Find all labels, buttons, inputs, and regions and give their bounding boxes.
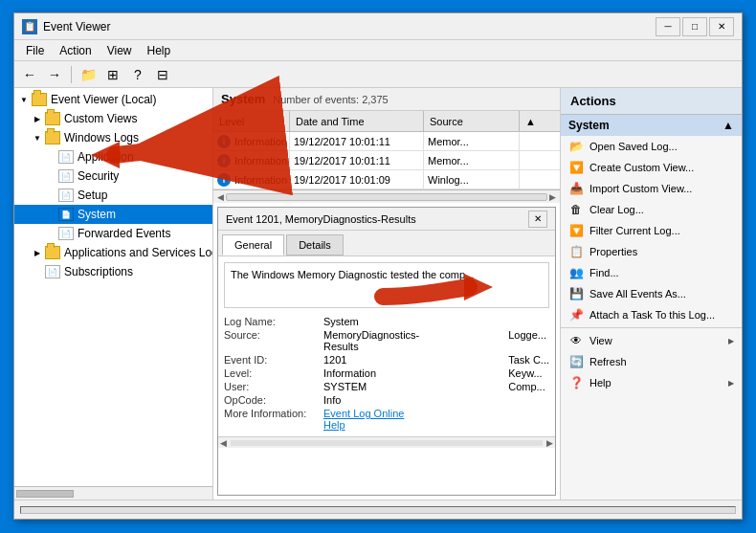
- actions-panel: Actions System ▲ 📂 Open Saved Log... 🔽 C…: [560, 88, 742, 500]
- actions-header: Actions: [561, 88, 742, 115]
- sidebar-label-subscriptions: Subscriptions: [64, 265, 133, 278]
- open-saved-log-icon: 📂: [568, 139, 584, 154]
- comp-label: [428, 381, 504, 392]
- sidebar-item-subscriptions[interactable]: 📄 Subscriptions: [14, 262, 212, 281]
- toggle-custom-views[interactable]: ▶: [32, 113, 43, 124]
- menu-help[interactable]: Help: [140, 42, 179, 59]
- title-bar: 📋 Event Viewer ─ □ ✕: [14, 13, 742, 40]
- back-button[interactable]: ←: [18, 64, 41, 85]
- sidebar-item-forwarded-events[interactable]: 📄 Forwarded Events: [14, 224, 212, 243]
- sidebar-scrollbar[interactable]: [14, 486, 212, 500]
- column-header-source[interactable]: Source: [424, 111, 520, 131]
- dialog-scroll-track[interactable]: [231, 440, 543, 446]
- scroll-left-arrow[interactable]: ◀: [215, 192, 226, 202]
- toggle-windows-logs[interactable]: ▼: [32, 132, 43, 144]
- folder-icon-custom-views: [45, 112, 60, 125]
- action-filter-current-log[interactable]: 🔽 Filter Current Log...: [561, 220, 742, 241]
- empty-1: [428, 316, 504, 327]
- table-row[interactable]: i Information 19/12/2017 10:01:11 Memor.…: [213, 151, 560, 170]
- toggle-security: [45, 170, 56, 182]
- sidebar-item-security[interactable]: 📄 Security: [14, 167, 212, 186]
- properties-button[interactable]: ⊟: [151, 64, 174, 85]
- sidebar-item-custom-views[interactable]: ▶ Custom Views: [14, 109, 212, 128]
- sidebar-item-application[interactable]: 📄 Application: [14, 147, 212, 167]
- dlg-scroll-right[interactable]: ▶: [545, 438, 555, 448]
- table-row[interactable]: i Information 19/12/2017 10:01:11 Memor.…: [213, 132, 560, 151]
- minimize-button[interactable]: ─: [656, 17, 680, 36]
- statusbar-scrollbar[interactable]: [20, 506, 736, 514]
- action-open-saved-log[interactable]: 📂 Open Saved Log...: [561, 136, 742, 157]
- toggle-app-services[interactable]: ▶: [32, 247, 43, 258]
- sidebar-scroll-track[interactable]: [16, 490, 74, 498]
- forward-button[interactable]: →: [43, 64, 66, 85]
- sidebar-label-forwarded: Forwarded Events: [78, 227, 170, 240]
- more-info-link[interactable]: Event Log Online Help: [323, 408, 424, 431]
- sidebar-item-event-viewer[interactable]: ▼ Event Viewer (Local): [14, 90, 212, 109]
- row3-source: Winlog...: [424, 170, 520, 189]
- table-row[interactable]: i Information 19/12/2017 10:01:09 Winlog…: [213, 170, 560, 189]
- toggle-event-viewer[interactable]: ▼: [18, 94, 30, 105]
- import-custom-view-icon: 📥: [568, 181, 584, 196]
- app-icon: 📋: [22, 19, 37, 34]
- action-properties-label: Properties: [589, 246, 734, 257]
- row1-source: Memor...: [424, 132, 520, 150]
- menu-action[interactable]: Action: [52, 42, 99, 59]
- dialog-title: Event 1201, MemoryDiagnostics-Results: [226, 213, 528, 225]
- find-icon: 👥: [568, 265, 584, 280]
- action-help[interactable]: ❓ Help ▶: [561, 372, 742, 393]
- action-view[interactable]: 👁 View ▶: [561, 330, 742, 351]
- action-create-custom-view[interactable]: 🔽 Create Custom View...: [561, 157, 742, 178]
- sidebar-label-custom-views: Custom Views: [64, 112, 137, 125]
- user-value: SYSTEM: [323, 381, 424, 392]
- action-attach-label: Attach a Task To this Log...: [589, 309, 734, 321]
- action-filter-log-label: Filter Current Log...: [589, 225, 734, 236]
- menu-file[interactable]: File: [18, 42, 52, 59]
- scroll-right-arrow[interactable]: ▶: [547, 192, 558, 202]
- help-button[interactable]: ?: [126, 64, 149, 85]
- help-arrow: ▶: [728, 379, 734, 388]
- open-log-button[interactable]: 📁: [77, 64, 100, 85]
- action-save-all-events[interactable]: 💾 Save All Events As...: [561, 283, 742, 304]
- keyword-value: Keyw...: [508, 367, 549, 379]
- new-log-view-button[interactable]: ⊞: [101, 64, 124, 85]
- dialog-close-button[interactable]: ✕: [528, 211, 547, 228]
- task-label: [428, 354, 504, 366]
- action-find[interactable]: 👥 Find...: [561, 262, 742, 283]
- action-open-saved-log-label: Open Saved Log...: [589, 141, 734, 152]
- action-properties[interactable]: 📋 Properties: [561, 241, 742, 262]
- menu-view[interactable]: View: [100, 42, 140, 59]
- scroll-up-button[interactable]: ▲: [520, 111, 533, 131]
- sidebar-item-app-services[interactable]: ▶ Applications and Services Log...: [14, 243, 212, 262]
- source-label: Source:: [224, 329, 320, 352]
- sidebar-item-setup[interactable]: 📄 Setup: [14, 186, 212, 205]
- help-icon: ❓: [568, 375, 584, 390]
- log-name-value: System: [323, 316, 424, 327]
- action-find-label: Find...: [589, 267, 734, 278]
- empty-3: [428, 394, 504, 406]
- action-attach-task[interactable]: 📌 Attach a Task To this Log...: [561, 304, 742, 325]
- log-icon-application: 📄: [58, 150, 74, 164]
- maximize-button[interactable]: □: [682, 17, 707, 36]
- table-hscrollbar[interactable]: ◀ ▶: [213, 189, 560, 203]
- action-save-label: Save All Events As...: [589, 288, 734, 300]
- task-value: Task C...: [508, 354, 549, 366]
- action-import-custom-view[interactable]: 📥 Import Custom View...: [561, 178, 742, 199]
- sidebar-item-system[interactable]: 📄 System: [14, 205, 212, 224]
- column-header-datetime[interactable]: Date and Time: [290, 111, 424, 131]
- actions-separator: [561, 327, 742, 328]
- table-hscroll-track[interactable]: [226, 193, 547, 201]
- tab-details[interactable]: Details: [286, 234, 344, 255]
- dialog-hscrollbar[interactable]: ◀ ▶: [218, 436, 555, 448]
- dlg-scroll-left[interactable]: ◀: [218, 438, 229, 448]
- sidebar-item-windows-logs[interactable]: ▼ Windows Logs: [14, 128, 212, 147]
- tab-general[interactable]: General: [222, 234, 284, 255]
- column-header-level[interactable]: Level: [213, 111, 290, 131]
- save-icon: 💾: [568, 286, 584, 301]
- sidebar-label-windows-logs: Windows Logs: [64, 131, 139, 144]
- close-button[interactable]: ✕: [709, 17, 734, 36]
- action-import-custom-view-label: Import Custom View...: [589, 183, 734, 194]
- sidebar-label-application: Application: [78, 150, 134, 164]
- event-dialog: Event 1201, MemoryDiagnostics-Results ✕ …: [217, 207, 556, 496]
- action-clear-log[interactable]: 🗑 Clear Log...: [561, 199, 742, 220]
- action-refresh[interactable]: 🔄 Refresh: [561, 351, 742, 372]
